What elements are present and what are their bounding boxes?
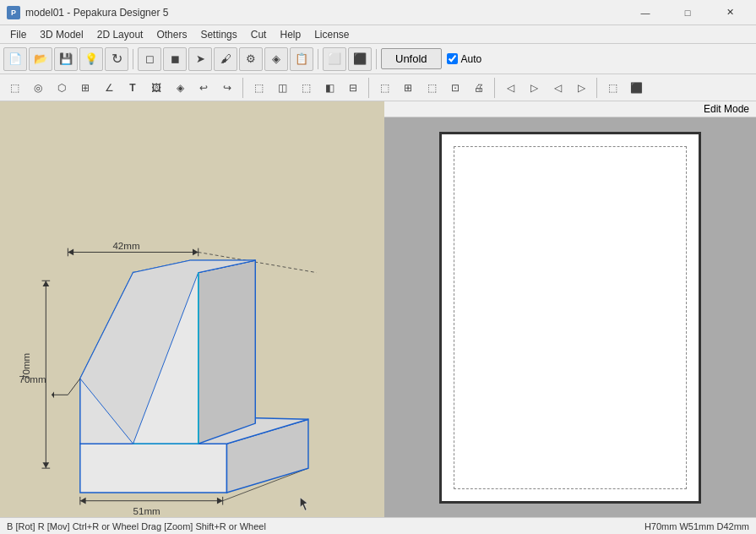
- maximize-button[interactable]: □: [668, 0, 707, 25]
- menubar: File 3D Model 2D Layout Others Settings …: [0, 25, 756, 44]
- tb2-hex[interactable]: ⬡: [51, 77, 73, 99]
- menu-help[interactable]: Help: [273, 27, 307, 42]
- tb2-redo[interactable]: ↪: [216, 77, 238, 99]
- paper-margin-dashed: [454, 146, 687, 489]
- separator2: [318, 49, 318, 69]
- auto-label: Auto: [461, 53, 482, 65]
- svg-marker-10: [42, 462, 49, 468]
- edit-mode-bar: Edit Mode: [384, 101, 756, 117]
- svg-marker-25: [199, 260, 256, 444]
- tb-tool3[interactable]: 📋: [290, 47, 313, 71]
- statusbar: B [Rot] R [Mov] Ctrl+R or Wheel Drag [Zo…: [0, 517, 756, 534]
- toolbar1: 📄 📂 💾 💡 ↻ ◻ ◼ ➤ 🖌 ⚙ ◈ 📋 ⬜ ⬛ Unfold Auto: [0, 44, 756, 74]
- tb2-btn7[interactable]: ⊞: [397, 77, 419, 99]
- tb2-angle[interactable]: ∠: [98, 77, 120, 99]
- statusbar-right: H70mm W51mm D42mm: [645, 521, 749, 531]
- menu-cut[interactable]: Cut: [244, 27, 274, 42]
- menu-file[interactable]: File: [3, 27, 33, 42]
- 2d-view: Edit Mode: [384, 101, 756, 517]
- tb-tool1[interactable]: ⚙: [239, 47, 263, 71]
- tb-paint[interactable]: 🖌: [214, 47, 237, 71]
- tb-frame1[interactable]: ⬜: [323, 47, 346, 71]
- tb2-btn1[interactable]: ⬚: [247, 77, 269, 99]
- main-area: 42mm 70mm 70mm 51mm: [0, 101, 756, 517]
- window-controls: — □ ✕: [626, 0, 749, 25]
- paper-area: [384, 117, 756, 517]
- tb2-btn9[interactable]: ⊡: [444, 77, 466, 99]
- 3d-view[interactable]: 42mm 70mm 70mm 51mm: [0, 101, 384, 517]
- menu-others[interactable]: Others: [150, 27, 193, 42]
- menu-2dlayout[interactable]: 2D Layout: [90, 27, 150, 42]
- svg-marker-34: [300, 498, 307, 510]
- svg-marker-3: [68, 249, 73, 256]
- tb2-btn5[interactable]: ⊟: [342, 77, 364, 99]
- close-button[interactable]: ✕: [710, 0, 749, 25]
- tb2-circle[interactable]: ◎: [27, 77, 49, 99]
- tb2-mode2[interactable]: ⬛: [625, 77, 647, 99]
- edit-mode-label: Edit Mode: [704, 103, 749, 115]
- tb2-btn3[interactable]: ⬚: [295, 77, 317, 99]
- tb2-btn4[interactable]: ◧: [318, 77, 340, 99]
- menu-license[interactable]: License: [307, 27, 356, 42]
- tb-select2[interactable]: ◼: [163, 47, 187, 71]
- sep-t2-1: [242, 78, 243, 98]
- menu-3dmodel[interactable]: 3D Model: [33, 27, 90, 42]
- menu-settings[interactable]: Settings: [193, 27, 243, 42]
- statusbar-left: B [Rot] R [Mov] Ctrl+R or Wheel Drag [Zo…: [7, 521, 266, 531]
- tb-tool2[interactable]: ◈: [264, 47, 288, 71]
- tb2-btn6[interactable]: ⬚: [373, 77, 395, 99]
- tb-rotate[interactable]: ↻: [105, 47, 128, 71]
- tb2-exp2[interactable]: ▷: [523, 77, 545, 99]
- tb2-image[interactable]: 🖼: [145, 77, 167, 99]
- unfold-button[interactable]: Unfold: [381, 48, 442, 69]
- svg-marker-33: [52, 391, 54, 398]
- svg-marker-4: [193, 249, 199, 256]
- svg-marker-21: [80, 444, 227, 493]
- tb-select[interactable]: ◻: [138, 47, 161, 71]
- separator3: [376, 49, 377, 69]
- app-icon: P: [7, 6, 20, 19]
- auto-checkbox-container: Auto: [447, 53, 482, 65]
- toolbar2: ⬚ ◎ ⬡ ⊞ ∠ T 🖼 ◈ ↩ ↪ ⬚ ◫ ⬚ ◧ ⊟ ⬚ ⊞ ⬚ ⊡ 🖨 …: [0, 74, 756, 101]
- tb2-btn2[interactable]: ◫: [271, 77, 293, 99]
- tb2-text[interactable]: T: [122, 77, 144, 99]
- svg-text:70mm: 70mm: [19, 374, 46, 384]
- svg-text:51mm: 51mm: [133, 506, 160, 516]
- tb-save[interactable]: 💾: [54, 47, 78, 71]
- svg-line-31: [68, 379, 79, 395]
- tb-open[interactable]: 📂: [29, 47, 52, 71]
- tb2-exp1[interactable]: ◁: [499, 77, 521, 99]
- titlebar: P model01 - Pepakura Designer 5 — □ ✕: [0, 0, 756, 25]
- separator1: [133, 49, 133, 69]
- svg-marker-17: [217, 498, 223, 504]
- minimize-button[interactable]: —: [626, 0, 665, 25]
- tb2-btn8[interactable]: ⬚: [421, 77, 443, 99]
- sep-t2-2: [368, 78, 369, 98]
- tb2-grid[interactable]: ⊞: [74, 77, 96, 99]
- paper-sheet: [439, 132, 701, 504]
- auto-checkbox[interactable]: [447, 53, 458, 64]
- app-title: model01 - Pepakura Designer 5: [25, 7, 168, 19]
- tb2-print[interactable]: 🖨: [468, 77, 490, 99]
- tb2-select[interactable]: ⬚: [3, 77, 25, 99]
- svg-marker-16: [80, 498, 86, 504]
- tb2-undo[interactable]: ↩: [193, 77, 215, 99]
- tb-light[interactable]: 💡: [79, 47, 103, 71]
- 3d-model-svg: 42mm 70mm 70mm 51mm: [0, 101, 384, 517]
- sep-t2-4: [596, 78, 597, 98]
- svg-text:42mm: 42mm: [112, 241, 139, 251]
- svg-marker-9: [42, 281, 49, 286]
- tb2-exp4[interactable]: ▷: [570, 77, 592, 99]
- tb-frame2[interactable]: ⬛: [348, 47, 372, 71]
- tb-arrow[interactable]: ➤: [188, 47, 212, 71]
- tb2-mode1[interactable]: ⬚: [601, 77, 623, 99]
- tb2-shape[interactable]: ◈: [169, 77, 191, 99]
- sep-t2-3: [494, 78, 495, 98]
- tb2-exp3[interactable]: ◁: [547, 77, 568, 99]
- tb-new[interactable]: 📄: [3, 47, 27, 71]
